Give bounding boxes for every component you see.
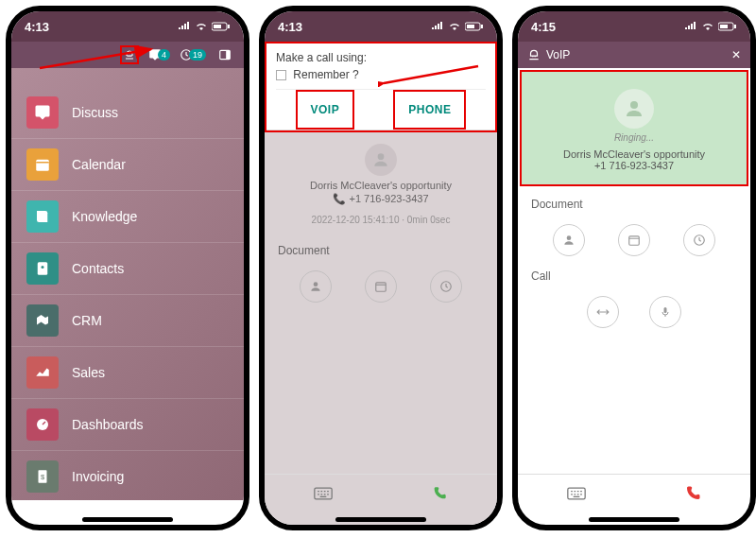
phone-call-modal: 4:13 Make a call using: Remember ? VOIP … [259,6,503,530]
menu-label: CRM [72,313,102,328]
contact-circle-icon[interactable] [300,270,332,303]
opportunity-name: Dorris McCleaver's opportunity [265,180,497,191]
hangup-icon[interactable] [634,475,750,512]
knowledge-icon [26,200,59,233]
top-bar: 4 19 [11,42,244,68]
transfer-icon[interactable] [587,296,619,328]
calendar-circle-icon[interactable] [365,270,397,303]
crm-icon [26,304,59,337]
contacts-icon [26,252,59,285]
home-indicator [335,517,426,522]
keyboard-tab-icon[interactable] [265,475,381,512]
call-timestamp: 2022-12-20 15:41:10 · 0min 0sec [265,215,497,225]
status-bar: 4:13 [265,11,497,42]
calendar-circle-icon[interactable] [618,224,650,256]
svg-point-17 [314,282,318,286]
svg-rect-2 [228,25,230,28]
call-label: Call [518,260,750,292]
close-icon[interactable]: ✕ [731,48,741,61]
svg-rect-6 [36,160,49,171]
svg-rect-15 [481,25,483,28]
svg-rect-1 [214,25,221,28]
clock-circle-icon[interactable] [683,224,715,256]
svg-rect-23 [720,25,728,28]
clock-circle-icon[interactable] [430,270,462,303]
avatar-icon [614,89,654,129]
discuss-icon [26,96,59,129]
menu-item-calendar[interactable]: Calendar [11,139,244,191]
status-bar: 4:15 [518,11,750,42]
document-actions [265,267,497,306]
mute-icon[interactable] [649,296,681,328]
menu-item-invoicing[interactable]: $ Invoicing [11,451,244,500]
svg-point-16 [378,153,385,160]
document-label: Document [265,234,497,267]
phone-number: +1 716-923-3437 [349,193,428,204]
calendar-icon [26,148,59,181]
menu-item-knowledge[interactable]: Knowledge [11,191,244,243]
messages-badge: 4 [158,49,170,61]
svg-point-26 [567,235,572,240]
contact-circle-icon[interactable] [553,224,585,256]
call-tab-icon[interactable] [381,475,497,512]
menu-item-crm[interactable]: CRM [11,295,244,347]
svg-rect-24 [734,25,736,28]
panel-icon[interactable] [215,45,234,64]
menu-label: Invoicing [72,469,124,484]
bottom-bar [265,474,497,512]
menu-label: Contacts [72,261,124,276]
phone-button[interactable]: PHONE [393,90,466,130]
phone-number: +1 716-923-3437 [522,160,747,171]
wifi-icon [448,22,461,31]
remember-label: Remember ? [293,68,358,81]
voip-title: VoIP [546,48,570,61]
status-icons [431,22,484,31]
home-indicator [589,517,679,522]
menu-item-contacts[interactable]: Contacts [11,243,244,295]
menu-item-dashboards[interactable]: Dashboards [11,399,244,451]
sales-icon [26,356,59,389]
svg-rect-14 [467,25,474,28]
signal-icon [431,22,444,31]
svg-rect-5 [226,50,230,59]
document-label: Document [518,188,750,220]
messages-icon[interactable]: 4 [148,48,170,61]
keyboard-tab-icon[interactable] [518,475,634,512]
svg-rect-20 [314,488,331,499]
wifi-icon [195,22,208,31]
svg-rect-18 [376,283,387,291]
status-icons [178,22,231,31]
menu-label: Dashboards [72,417,144,432]
battery-icon [718,22,737,31]
opportunity-name: Dorris McCleaver's opportunity [522,148,747,160]
bottom-bar [518,474,750,512]
modal-area: Make a call using: Remember ? VOIP PHONE [265,42,497,525]
svg-point-25 [630,101,638,109]
status-bar: 4:13 [11,11,244,42]
svg-rect-29 [664,307,667,313]
voip-header-icon [527,48,541,61]
phone-icon: 📞 [333,193,349,204]
status-time: 4:15 [531,20,556,34]
modal-title: Make a call using: [276,51,486,64]
svg-rect-30 [567,488,584,499]
voip-launcher-icon[interactable] [120,45,139,64]
menu-label: Sales [72,365,105,380]
call-method-modal: Make a call using: Remember ? VOIP PHONE [265,42,497,132]
menu-label: Calendar [72,157,126,172]
voip-header: VoIP ✕ [518,42,750,68]
voip-button[interactable]: VOIP [296,90,355,130]
menu-item-discuss[interactable]: Discuss [11,87,244,139]
menu-item-sales[interactable]: Sales [11,347,244,399]
remember-row[interactable]: Remember ? [276,68,486,81]
activities-badge: 19 [189,49,206,61]
status-icons [684,22,737,31]
call-actions [518,292,750,332]
menu-area: Discuss Calendar Knowledge Contacts CRM [11,68,244,500]
menu-label: Discuss [72,105,118,120]
remember-checkbox[interactable] [276,70,286,80]
status-time: 4:13 [25,20,49,34]
phone-voip-ringing: 4:15 VoIP ✕ Ringing... Dorris McCleaver'… [512,6,756,530]
activities-icon[interactable]: 19 [180,48,206,61]
signal-icon [178,22,191,31]
